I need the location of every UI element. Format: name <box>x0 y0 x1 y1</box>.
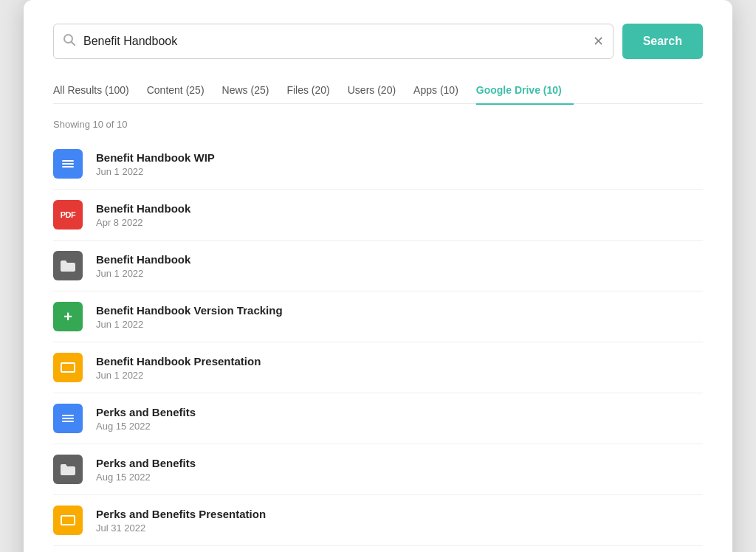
list-item[interactable]: Perks and Benefits Aug 15 2022 <box>53 444 703 495</box>
tab-users[interactable]: Users (20) <box>348 78 408 105</box>
file-icon-gdoc <box>53 404 83 433</box>
search-button[interactable]: Search <box>622 24 703 59</box>
search-bar-row: ✕ Search <box>53 24 703 59</box>
slides-icon <box>61 515 75 525</box>
pdf-label: PDF <box>61 210 76 219</box>
folder-svg <box>60 259 76 272</box>
result-date: Apr 8 2022 <box>96 217 190 228</box>
result-name: Perks and Benefits Presentation <box>96 508 266 520</box>
tab-users-count: (20) <box>377 84 396 96</box>
list-item[interactable]: Perks and Benefits Presentation Jul 31 2… <box>53 495 703 546</box>
tab-files[interactable]: Files (20) <box>286 78 341 105</box>
result-date: Jun 1 2022 <box>96 319 283 330</box>
result-date: Jun 1 2022 <box>96 166 215 177</box>
result-list: Benefit Handbook WIP Jun 1 2022 PDF Bene… <box>53 139 703 552</box>
list-item[interactable]: Benefit Handbook WIP Jun 1 2022 <box>53 139 703 190</box>
slides-icon <box>61 362 75 373</box>
file-icon-folder <box>53 251 83 280</box>
result-date: Aug 15 2022 <box>96 472 196 483</box>
file-icon-folder <box>53 455 83 484</box>
file-icon-pdf: PDF <box>53 200 83 230</box>
tab-apps-count: (10) <box>440 84 458 96</box>
result-info: Perks and Benefits Aug 15 2022 <box>96 457 196 483</box>
list-item[interactable]: PDF Perks and Benefits <box>53 546 703 552</box>
result-date: Aug 15 2022 <box>96 421 196 432</box>
result-info: Benefit Handbook Version Tracking Jun 1 … <box>96 304 283 330</box>
tab-content[interactable]: Content (25) <box>147 78 216 105</box>
list-item[interactable]: Perks and Benefits Aug 15 2022 <box>53 393 703 444</box>
svg-line-1 <box>72 42 75 45</box>
doc-lines-icon <box>62 415 74 422</box>
result-info: Benefit Handbook WIP Jun 1 2022 <box>96 151 215 177</box>
result-info: Perks and Benefits Presentation Jul 31 2… <box>96 508 266 534</box>
tab-google-drive-count: (10) <box>543 84 562 96</box>
result-info: Perks and Benefits Aug 15 2022 <box>96 406 196 432</box>
main-window: ✕ Search All Results (100) Content (25) … <box>24 0 732 552</box>
folder-svg <box>60 463 76 476</box>
result-info: Benefit Handbook Presentation Jun 1 2022 <box>96 355 261 381</box>
result-name: Benefit Handbook <box>96 202 190 215</box>
result-name: Benefit Handbook Version Tracking <box>96 304 283 317</box>
result-info: Benefit Handbook Jun 1 2022 <box>96 253 190 279</box>
result-date: Jul 31 2022 <box>96 522 266 534</box>
result-name: Benefit Handbook Presentation <box>96 355 261 368</box>
result-name: Benefit Handbook <box>96 253 190 266</box>
result-name: Perks and Benefits <box>96 406 196 418</box>
search-input[interactable] <box>83 35 587 48</box>
file-icon-gdoc <box>53 149 83 179</box>
tabs-row: All Results (100) Content (25) News (25)… <box>53 77 703 104</box>
result-info: Benefit Handbook Apr 8 2022 <box>96 202 190 228</box>
list-item[interactable]: PDF Benefit Handbook Apr 8 2022 <box>53 190 703 241</box>
search-icon <box>63 33 76 49</box>
tab-apps[interactable]: Apps (10) <box>413 78 470 105</box>
file-icon-gslides <box>53 353 83 382</box>
file-icon-gsheet: + <box>53 302 83 331</box>
tab-news-count: (25) <box>250 84 269 96</box>
tab-all-count: (100) <box>105 84 129 96</box>
result-date: Jun 1 2022 <box>96 268 190 279</box>
search-input-wrapper: ✕ <box>53 24 614 59</box>
result-date: Jun 1 2022 <box>96 370 261 381</box>
showing-label: Showing 10 of 10 <box>53 119 703 130</box>
list-item[interactable]: Benefit Handbook Jun 1 2022 <box>53 241 703 291</box>
list-item[interactable]: Benefit Handbook Presentation Jun 1 2022 <box>53 342 703 393</box>
tab-news[interactable]: News (25) <box>222 78 281 105</box>
plus-icon: + <box>63 308 72 325</box>
list-item[interactable]: + Benefit Handbook Version Tracking Jun … <box>53 291 703 342</box>
tab-content-count: (25) <box>186 84 205 96</box>
clear-icon[interactable]: ✕ <box>593 35 604 48</box>
file-icon-gslides <box>53 506 83 535</box>
tab-files-count: (20) <box>312 84 330 96</box>
result-name: Benefit Handbook WIP <box>96 151 215 164</box>
tab-google-drive[interactable]: Google Drive (10) <box>476 78 574 105</box>
doc-lines-icon <box>62 160 74 168</box>
tab-all-results[interactable]: All Results (100) <box>53 78 141 105</box>
result-name: Perks and Benefits <box>96 457 196 469</box>
